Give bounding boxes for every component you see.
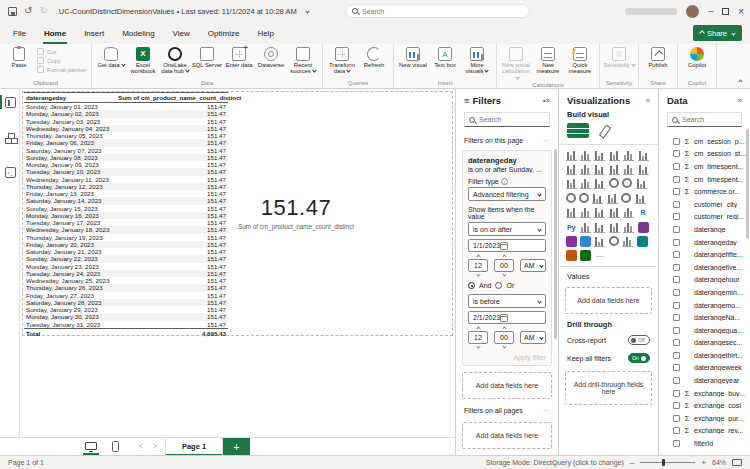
ribbon-button-copy[interactable]: Copy	[37, 57, 86, 64]
metrics-icon[interactable]	[638, 222, 649, 233]
menu-modeling[interactable]: Modeling	[113, 25, 163, 42]
zoom-level[interactable]: 64%	[712, 459, 726, 466]
area-chart-icon[interactable]	[580, 164, 591, 175]
zoom-out-icon[interactable]: –	[630, 458, 634, 467]
desktop-layout-icon[interactable]	[85, 442, 97, 450]
paginated-report-icon[interactable]	[623, 222, 634, 233]
field-exchange-cost[interactable]: Σexchange_cost	[659, 399, 750, 412]
global-search-input[interactable]	[362, 8, 512, 15]
apply-filter-button[interactable]: Apply filter	[468, 354, 546, 361]
filters-scrollbar[interactable]	[554, 149, 557, 339]
fit-to-page-icon[interactable]	[732, 459, 742, 466]
azure-map-icon[interactable]	[607, 193, 618, 204]
filled-map-icon[interactable]	[579, 193, 589, 203]
field-checkbox[interactable]	[673, 364, 680, 371]
donut-chart-icon[interactable]	[622, 178, 632, 188]
field-checkbox[interactable]	[673, 440, 680, 447]
menu-insert[interactable]: Insert	[75, 25, 113, 42]
ribbon-button-sensitivity[interactable]: Sensitivity	[603, 46, 635, 68]
calendar-icon[interactable]	[500, 242, 508, 250]
calendar-icon[interactable]	[500, 314, 508, 322]
smart-narrative-icon[interactable]	[594, 236, 605, 247]
ribbon-button-quick-measure[interactable]: Quick measure	[564, 46, 596, 75]
ribbon-button-more-visuals[interactable]: More visuals	[461, 46, 493, 75]
clustered-column-chart-icon[interactable]	[609, 150, 620, 161]
ribbon-button-new-measure[interactable]: New measure	[532, 46, 564, 75]
field-cm-timespent-[interactable]: Σcm_timespent...	[659, 160, 750, 173]
drill-through-dropzone[interactable]: Add drill-through fields here	[565, 371, 652, 405]
stacked-bar-chart-icon[interactable]	[566, 150, 577, 161]
line-stacked-column-chart-icon[interactable]	[609, 164, 620, 175]
maximize-button[interactable]	[722, 8, 729, 15]
add-data-fields-all-pages-dropzone[interactable]: Add data fields here	[462, 422, 552, 449]
storage-mode-link[interactable]: Storage Mode: DirectQuery (click to chan…	[486, 459, 624, 466]
add-data-fields-dropzone[interactable]: Add data fields here	[462, 372, 552, 399]
field-daterangeyear[interactable]: daterangeyear	[659, 374, 750, 387]
field-checkbox[interactable]	[673, 377, 680, 384]
field-customer-city[interactable]: customer_city	[659, 198, 750, 211]
key-influencers-icon[interactable]	[580, 222, 591, 233]
funnel-chart-icon[interactable]	[580, 178, 591, 189]
field-checkbox[interactable]	[673, 213, 680, 220]
pie-chart-icon[interactable]	[609, 178, 619, 188]
avatar[interactable]	[686, 5, 699, 18]
field-checkbox[interactable]	[673, 289, 680, 296]
gauge-icon[interactable]	[621, 193, 631, 203]
global-search[interactable]	[345, 4, 530, 18]
field-daterangequa-[interactable]: daterangequa...	[659, 324, 750, 337]
arcgis-map-icon[interactable]	[609, 236, 619, 246]
menu-help[interactable]: Help	[248, 25, 282, 42]
ribbon-button-new-visual[interactable]: New visual	[397, 46, 429, 68]
zoom-slider[interactable]	[640, 462, 695, 463]
condition2-hour-stepper[interactable]: 12	[468, 327, 488, 348]
power-apps-icon[interactable]	[566, 236, 577, 247]
field-cm-session-p-[interactable]: Σcm_session_p...	[659, 135, 750, 148]
field-daterangethirt-[interactable]: daterangethirt...	[659, 349, 750, 362]
field-checkbox[interactable]	[673, 415, 680, 422]
custom-visual-icon[interactable]	[637, 236, 648, 247]
ribbon-button-paste[interactable]: Paste	[3, 46, 35, 68]
filter-type-select[interactable]: Advanced filtering	[468, 187, 546, 201]
ribbon-button-text-box[interactable]: Text box	[429, 46, 461, 68]
ribbon-button-publish[interactable]: Publish	[642, 46, 674, 68]
collapse-pane-icon[interactable]: »	[738, 96, 742, 105]
values-dropzone[interactable]: Add data fields here	[565, 287, 652, 314]
treemap-icon[interactable]	[636, 178, 647, 189]
field-exchange-buy-[interactable]: Σexchange_buy...	[659, 387, 750, 400]
100-stacked-bar-chart-icon[interactable]	[623, 150, 634, 161]
collapse-pane-icon[interactable]: »	[646, 96, 650, 105]
decomposition-tree-icon[interactable]	[594, 222, 605, 233]
ribbon-button-recent-sources[interactable]: Recent sources	[287, 46, 319, 75]
model-view-icon[interactable]	[5, 133, 16, 144]
menu-home[interactable]: Home	[35, 25, 75, 42]
condition1-ampm-select[interactable]: AM	[520, 259, 546, 272]
condition2-date-input[interactable]: 2/1/2023	[468, 311, 546, 324]
mobile-layout-icon[interactable]	[112, 441, 119, 452]
filters-search-input[interactable]	[479, 116, 545, 123]
ribbon-button-new-visual-calculation[interactable]: New visual calculation	[500, 46, 532, 81]
ribbon-button-get-data[interactable]: Get data	[95, 46, 127, 68]
report-view-icon[interactable]	[5, 97, 16, 108]
condition1-minute-stepper[interactable]: 00	[494, 255, 514, 276]
r-script-visual-icon[interactable]: R	[638, 207, 649, 218]
field-cm-timespent-[interactable]: Σcm_timespent...	[659, 173, 750, 186]
field-daterangehour[interactable]: daterangehour	[659, 274, 750, 287]
100-stacked-column-chart-icon[interactable]	[638, 150, 649, 161]
collapse-pane-icon[interactable]: »	[546, 96, 550, 105]
field-daterangena-[interactable]: daterangeNa...	[659, 311, 750, 324]
field-checkbox[interactable]	[673, 302, 680, 309]
scatter-chart-icon[interactable]	[594, 178, 605, 189]
shape-map-icon[interactable]	[592, 193, 603, 204]
condition2-minute-stepper[interactable]: 00	[494, 327, 514, 348]
goal-metrics-icon[interactable]	[622, 236, 633, 247]
field-checkbox[interactable]	[673, 239, 680, 246]
ribbon-button-dataverse[interactable]: Dataverse	[255, 46, 287, 68]
waterfall-chart-icon[interactable]	[566, 178, 577, 189]
field-checkbox[interactable]	[673, 390, 680, 397]
keep-all-filters-toggle[interactable]: On	[628, 353, 650, 363]
map-icon[interactable]	[566, 193, 576, 203]
more-options-icon[interactable]: …	[594, 250, 605, 261]
ribbon-button-format-painter[interactable]: Format painter	[37, 66, 86, 73]
field-exchange-pur-[interactable]: Σexchange_pur...	[659, 412, 750, 425]
multi-row-card-icon[interactable]	[566, 207, 577, 218]
